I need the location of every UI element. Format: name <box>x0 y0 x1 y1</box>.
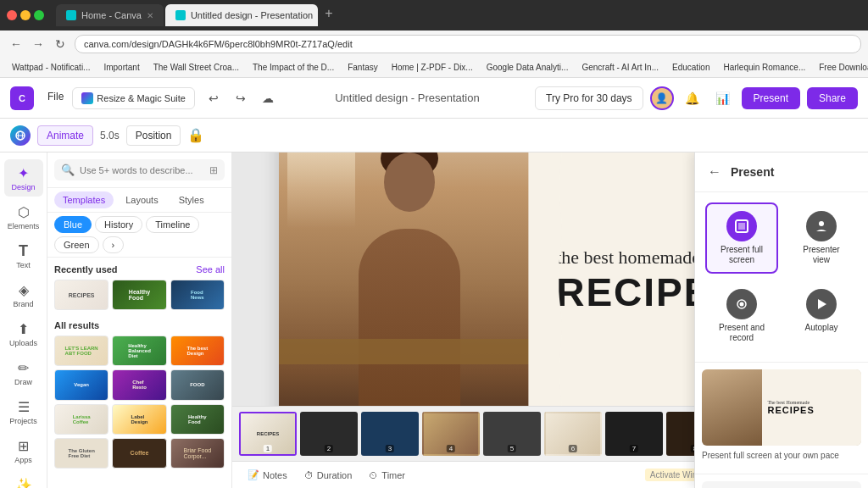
sidebar-item-uploads[interactable]: ⬆ Uploads <box>4 315 43 352</box>
sidebar-item-projects[interactable]: ☰ Projects <box>4 393 43 430</box>
template-thumb-9[interactable]: FOOD <box>170 369 225 400</box>
tag-history[interactable]: History <box>95 216 142 233</box>
present-option-record[interactable]: Present and record <box>705 280 778 352</box>
bookmark-wsj[interactable]: The Wall Street Croa... <box>148 61 244 74</box>
template-thumb-2[interactable]: HealthyFood <box>112 280 166 310</box>
back-button[interactable]: ← <box>7 35 25 53</box>
animate-button[interactable]: Animate <box>37 125 93 146</box>
timer-button[interactable]: ⏲ Timer <box>364 468 410 483</box>
bookmark-gencraft[interactable]: Gencraft - AI Art In... <box>576 61 664 74</box>
bookmark-fantasy[interactable]: Fantasy <box>342 61 383 74</box>
search-box[interactable]: 🔍 ⊞ <box>54 159 225 180</box>
try-pro-button[interactable]: Try Pro for 30 days <box>535 86 643 110</box>
svg-rect-6 <box>738 223 745 230</box>
present-option-autoplay[interactable]: Autoplay <box>785 280 858 352</box>
template-thumb-13[interactable]: The GlutenFree Diet <box>54 438 108 469</box>
template-thumb-11[interactable]: LabelDesign <box>112 404 166 435</box>
present-option-fullscreen[interactable]: Present full screen <box>705 202 778 274</box>
text-icon: T <box>15 242 32 259</box>
template-thumb-coffee[interactable]: Coffee <box>112 438 166 469</box>
bookmark-google-data[interactable]: Google Data Analyti... <box>481 61 574 74</box>
filmstrip-slide-4[interactable]: 4 <box>422 412 480 456</box>
sidebar-label-elements: Elements <box>8 222 40 230</box>
notifications-button[interactable]: 🔔 <box>681 86 704 110</box>
sidebar-label-design: Design <box>11 183 35 191</box>
redo-button[interactable]: ↪ <box>229 86 253 110</box>
tag-timeline[interactable]: Timeline <box>146 216 199 233</box>
bookmark-wattpad[interactable]: Wattpad - Notificati... <box>7 61 95 74</box>
notes-label: Notes <box>263 470 287 480</box>
bookmark-education[interactable]: Education <box>667 61 715 74</box>
search-input[interactable] <box>80 165 204 175</box>
tab-styles[interactable]: Styles <box>170 191 213 208</box>
browser-tab-design[interactable]: Untitled design - Presentation ✕ <box>165 4 318 26</box>
tag-green[interactable]: Green <box>54 236 99 253</box>
tab-templates[interactable]: Templates <box>54 191 114 208</box>
position-button[interactable]: Position <box>126 125 181 146</box>
template-thumb-food[interactable]: Briar FoodCorpor... <box>170 438 225 469</box>
user-avatar[interactable]: 👤 <box>650 86 674 110</box>
present-action-button[interactable]: Present <box>702 481 861 488</box>
undo-button[interactable]: ↩ <box>202 86 225 110</box>
template-thumb-4[interactable]: LET'S LEARNABT FOOD <box>54 336 108 366</box>
filmstrip-slide-7[interactable]: 7 <box>605 412 663 456</box>
save-button[interactable]: ☁ <box>256 86 280 110</box>
template-thumb-1[interactable]: RECIPES <box>54 280 108 310</box>
preview-text: The best Homemade RECIPES <box>762 369 861 446</box>
maximize-window-button[interactable] <box>34 10 44 20</box>
bookmark-impact[interactable]: The Impact of the D... <box>248 61 339 74</box>
filmstrip-slide-6[interactable]: 6 <box>544 412 602 456</box>
template-thumb-12[interactable]: HealthyFood <box>170 404 225 435</box>
filmstrip-slide-2[interactable]: 2 <box>300 412 358 456</box>
notes-button[interactable]: 📝 Notes <box>242 467 292 483</box>
filmstrip-slide-5[interactable]: 5 <box>483 412 541 456</box>
bookmark-important[interactable]: Important <box>98 61 144 74</box>
bookmark-free-download[interactable]: Free Download Books <box>814 61 868 74</box>
tab-favicon <box>66 10 76 20</box>
tag-blue[interactable]: Blue <box>54 216 92 233</box>
bookmark-zpdf[interactable]: Home | Z-PDF - Dix... <box>387 61 478 74</box>
tab-close-button[interactable]: ✕ <box>147 11 153 20</box>
minimize-window-button[interactable] <box>20 10 31 20</box>
new-tab-button[interactable]: + <box>320 4 338 23</box>
bookmark-harlequin[interactable]: Harlequin Romance... <box>719 61 811 74</box>
filter-icon[interactable]: ⊞ <box>209 164 218 176</box>
see-all-button[interactable]: See all <box>196 264 225 274</box>
tab-layouts[interactable]: Layouts <box>117 191 167 208</box>
present-panel-back-button[interactable]: ← <box>705 163 724 181</box>
present-button[interactable]: Present <box>742 87 800 109</box>
sidebar-item-apps[interactable]: ⊞ Apps <box>4 432 43 469</box>
share-link-button[interactable]: 📊 <box>711 86 735 110</box>
filmstrip-slide-1[interactable]: RECIPES 1 <box>239 412 297 456</box>
template-thumb-3[interactable]: FoodNews <box>170 280 225 310</box>
uploads-icon: ⬆ <box>15 320 32 337</box>
magic-resize-label: Resize & Magic Suite <box>97 93 186 103</box>
svg-text:C: C <box>19 93 25 103</box>
template-thumb-6[interactable]: The bestDesign <box>170 336 225 366</box>
close-window-button[interactable] <box>7 10 17 20</box>
duration-button[interactable]: ⏱ Duration <box>299 468 358 483</box>
recently-used-title: Recently used <box>54 264 118 274</box>
url-input[interactable]: canva.com/design/DAGHk4k6FM/6perc8l0bh9M… <box>75 35 861 53</box>
template-thumb-7[interactable]: Vegan <box>54 369 108 400</box>
present-option-presenter[interactable]: Presenter view <box>785 202 858 274</box>
sidebar-item-design[interactable]: ✦ Design <box>4 159 43 197</box>
browser-tab-home[interactable]: Home - Canva ✕ <box>56 4 164 26</box>
share-button[interactable]: Share <box>807 87 858 109</box>
tag-more[interactable]: › <box>103 236 125 253</box>
sidebar-item-text[interactable]: T Text <box>4 237 43 274</box>
elements-icon: ⬡ <box>15 203 32 220</box>
filmstrip-slide-3[interactable]: 3 <box>361 412 419 456</box>
sidebar-item-brand[interactable]: ◈ Brand <box>4 276 43 313</box>
template-thumb-8[interactable]: ChefResto <box>112 369 166 400</box>
sidebar-item-elements[interactable]: ⬡ Elements <box>4 198 43 236</box>
sidebar-item-draw[interactable]: ✏ Draw <box>4 354 43 391</box>
template-thumb-5[interactable]: HealthyBalancedDiet <box>112 336 166 366</box>
menu-file[interactable]: File <box>41 87 70 109</box>
brand-icon: ◈ <box>15 281 32 298</box>
magic-resize-button[interactable]: Resize & Magic Suite <box>72 87 195 109</box>
reload-button[interactable]: ↻ <box>51 35 70 53</box>
template-thumb-10[interactable]: LarissaCoffee <box>54 404 108 435</box>
forward-button[interactable]: → <box>29 35 47 53</box>
sidebar-item-magic-media[interactable]: ✨ Magic Media <box>4 471 43 488</box>
